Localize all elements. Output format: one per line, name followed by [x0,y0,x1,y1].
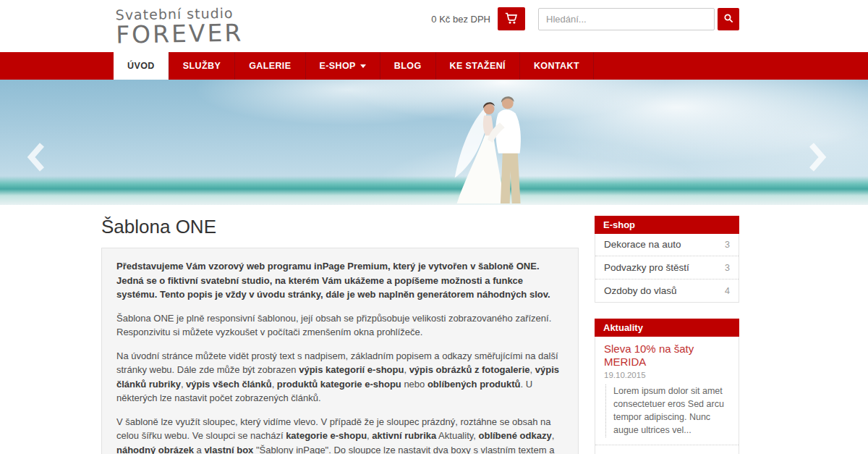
carousel-next-button[interactable] [809,142,827,172]
cart-total: 0 Kč bez DPH [431,14,490,25]
nav-item-galerie[interactable]: GALERIE [235,52,305,80]
content-box: Představujeme Vám vzorový web programu i… [101,248,579,454]
main-navigation: ÚVOD SLUŽBY GALERIE E-SHOP BLOG KE STAŽE… [0,52,868,80]
main-area: Šablona ONE Představujeme Vám vzorový we… [101,205,739,454]
news-box: Aktuality Sleva 10% na šaty MERIDA 19.10… [595,319,739,454]
category-count: 3 [725,240,730,250]
search-form [538,8,739,30]
eshop-category-ozdoby[interactable]: Ozdoby do vlasů 4 [595,279,739,302]
news-link-sleva[interactable]: Sleva 10% na šaty MERIDA [604,342,730,369]
nav-item-kontakt[interactable]: KONTAKT [520,52,594,80]
wedding-couple-photo [447,83,542,205]
content-paragraph: V šabloně lze využít sloupec, který vidí… [116,415,563,454]
shopping-cart-icon [504,12,519,27]
news-item: Nový web svatebního studia Forever 19.10… [595,445,739,454]
category-count: 4 [725,286,730,296]
search-input[interactable] [538,8,715,30]
sidebar: E-shop Dekorace na auto 3 Podvazky pro š… [595,216,739,454]
site-logo[interactable]: Svatební studio FOREVER [116,4,244,49]
news-link-novy-web[interactable]: Nový web svatebního studia Forever [604,452,730,454]
caret-down-icon [360,64,366,68]
search-icon [723,12,734,26]
eshop-box-title: E-shop [595,216,739,234]
search-button[interactable] [718,8,739,30]
content-paragraph: Šablona ONE je plně responsivní šablonou… [116,311,563,340]
content-paragraph: Na úvodní stránce můžete vidět prostý te… [116,349,563,405]
content-column: Šablona ONE Představujeme Vám vzorový we… [101,216,579,454]
hero-carousel [0,80,868,205]
news-box-title: Aktuality [595,319,739,337]
nav-item-blog[interactable]: BLOG [380,52,436,80]
nav-item-eshop[interactable]: E-SHOP [306,52,380,80]
content-paragraph: Představujeme Vám vzorový web programu i… [116,259,563,302]
news-date: 19.10.2015 [604,371,730,379]
news-excerpt: Lorem ipsum dolor sit amet consectetuer … [605,384,730,437]
nav-item-uvod[interactable]: ÚVOD [114,52,169,80]
eshop-category-dekorace-na-auto[interactable]: Dekorace na auto 3 [595,233,739,256]
logo-line2: FOREVER [116,18,244,49]
cart-button[interactable] [498,7,525,30]
nav-item-ke-stazeni[interactable]: KE STAŽENÍ [436,52,520,80]
page-title: Šablona ONE [101,216,579,238]
site-header: Svatební studio FOREVER 0 Kč bez DPH [0,0,868,52]
eshop-box: E-shop Dekorace na auto 3 Podvazky pro š… [595,216,739,303]
category-count: 3 [725,263,730,273]
carousel-prev-button[interactable] [26,142,45,172]
nav-item-sluzby[interactable]: SLUŽBY [169,52,235,80]
header-right: 0 Kč bez DPH [431,7,739,30]
hero-sea-graphic [0,176,868,205]
eshop-category-podvazky[interactable]: Podvazky pro štěstí 3 [595,256,739,279]
news-item: Sleva 10% na šaty MERIDA 19.10.2015 Lore… [595,336,739,445]
